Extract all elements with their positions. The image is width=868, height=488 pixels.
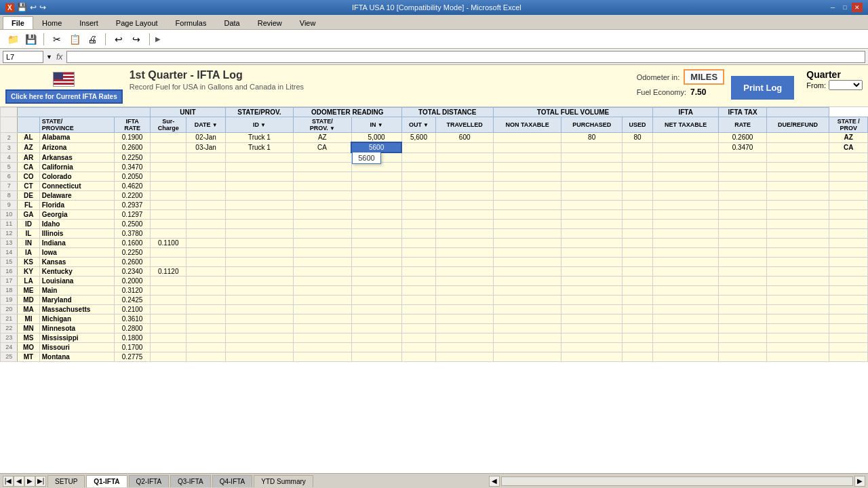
quick-access-redo[interactable]: ↪ xyxy=(39,3,46,12)
unit-id-cell[interactable] xyxy=(225,247,293,257)
odo-in-cell[interactable] xyxy=(351,171,401,181)
state-prov-cell[interactable] xyxy=(293,295,351,304)
date-cell[interactable] xyxy=(186,152,226,162)
ifta-rates-button[interactable]: Click here for Current IFTA Rates xyxy=(5,89,123,104)
date-cell[interactable] xyxy=(186,171,226,181)
non-taxable-cell[interactable] xyxy=(494,209,561,219)
state-abbr-cell[interactable]: MA xyxy=(18,304,39,314)
state-name-cell[interactable]: Missouri xyxy=(39,342,115,352)
odo-in-cell[interactable] xyxy=(351,304,401,314)
odo-out-cell[interactable] xyxy=(401,142,436,152)
surcharge-cell[interactable] xyxy=(150,133,186,143)
rate-cell[interactable] xyxy=(719,238,766,247)
odo-in-cell[interactable] xyxy=(351,190,401,200)
odo-in-cell[interactable]: 5,000 xyxy=(351,133,401,143)
sheet-scroll-left[interactable]: ◀ xyxy=(489,476,500,487)
odo-in-cell[interactable] xyxy=(351,219,401,228)
unit-id-cell[interactable] xyxy=(225,304,293,314)
state-prov-cell[interactable] xyxy=(293,219,351,228)
used-cell[interactable] xyxy=(623,171,653,181)
purchased-cell[interactable]: 80 xyxy=(561,133,623,143)
odo-out-cell[interactable] xyxy=(401,200,436,209)
travelled-cell[interactable] xyxy=(436,314,494,323)
used-cell[interactable] xyxy=(623,266,653,276)
odo-in-cell[interactable] xyxy=(351,266,401,276)
odo-out-cell[interactable] xyxy=(401,152,436,162)
sheet-nav-prev[interactable]: ◀ xyxy=(14,476,24,487)
ifta-rate-cell[interactable]: 0.2250 xyxy=(115,247,151,257)
unit-id-cell[interactable] xyxy=(225,152,293,162)
date-cell[interactable] xyxy=(186,219,226,228)
due-refund-cell[interactable] xyxy=(766,152,829,162)
surcharge-cell[interactable] xyxy=(150,190,186,200)
ribbon-icon-7[interactable]: ↪ xyxy=(129,32,144,47)
due-refund-cell[interactable] xyxy=(766,342,829,352)
ifta-rate-cell[interactable]: 0.2800 xyxy=(115,323,151,333)
rate-cell[interactable] xyxy=(719,266,766,276)
ifta-rate-cell[interactable]: 0.3120 xyxy=(115,285,151,295)
ifta-rate-cell[interactable]: 0.2937 xyxy=(115,200,151,209)
ifta-rate-cell[interactable]: 0.2000 xyxy=(115,276,151,285)
ifta-rate-cell[interactable]: 0.2050 xyxy=(115,171,151,181)
state-abbr-cell[interactable]: IN xyxy=(18,238,39,247)
sheet-scroll-bar[interactable] xyxy=(501,476,853,486)
formula-dropdown-arrow[interactable]: ▼ xyxy=(46,54,52,60)
odo-in-cell[interactable] xyxy=(351,228,401,238)
state-prov-cell[interactable] xyxy=(293,276,351,285)
right-state-cell[interactable] xyxy=(829,352,868,361)
due-refund-cell[interactable] xyxy=(766,181,829,190)
sheet-tab-q4[interactable]: Q4-IFTA xyxy=(212,475,253,487)
odo-out-cell[interactable] xyxy=(401,276,436,285)
purchased-cell[interactable] xyxy=(561,285,623,295)
surcharge-cell[interactable] xyxy=(150,276,186,285)
state-name-cell[interactable]: Minnesota xyxy=(39,323,115,333)
state-prov-cell[interactable] xyxy=(293,352,351,361)
non-taxable-cell[interactable] xyxy=(494,162,561,171)
purchased-cell[interactable] xyxy=(561,171,623,181)
used-cell[interactable] xyxy=(623,238,653,247)
used-cell[interactable] xyxy=(623,285,653,295)
travelled-cell[interactable] xyxy=(436,352,494,361)
right-state-cell[interactable] xyxy=(829,247,868,257)
purchased-cell[interactable] xyxy=(561,333,623,342)
right-state-cell[interactable] xyxy=(829,200,868,209)
state-abbr-cell[interactable]: AR xyxy=(18,152,39,162)
ifta-rate-cell[interactable]: 0.3780 xyxy=(115,228,151,238)
travelled-cell[interactable] xyxy=(436,247,494,257)
non-taxable-cell[interactable] xyxy=(494,285,561,295)
surcharge-cell[interactable] xyxy=(150,200,186,209)
state-abbr-cell[interactable]: IL xyxy=(18,228,39,238)
state-abbr-cell[interactable]: CO xyxy=(18,171,39,181)
purchased-cell[interactable] xyxy=(561,181,623,190)
travelled-cell[interactable] xyxy=(436,228,494,238)
surcharge-cell[interactable] xyxy=(150,152,186,162)
unit-id-cell[interactable] xyxy=(225,209,293,219)
non-taxable-cell[interactable] xyxy=(494,276,561,285)
purchased-cell[interactable] xyxy=(561,228,623,238)
used-cell[interactable] xyxy=(623,228,653,238)
state-name-cell[interactable]: Georgia xyxy=(39,209,115,219)
right-state-cell[interactable] xyxy=(829,257,868,266)
net-taxable-cell[interactable] xyxy=(653,190,719,200)
rate-cell[interactable] xyxy=(719,285,766,295)
state-name-cell[interactable]: Montana xyxy=(39,352,115,361)
purchased-cell[interactable] xyxy=(561,190,623,200)
ribbon-icon-3[interactable]: ✂ xyxy=(50,32,64,47)
odo-in-cell[interactable] xyxy=(351,200,401,209)
net-taxable-cell[interactable] xyxy=(653,323,719,333)
state-abbr-cell[interactable]: MS xyxy=(18,333,39,342)
travelled-cell[interactable] xyxy=(436,171,494,181)
tab-data[interactable]: Data xyxy=(215,16,248,29)
non-taxable-cell[interactable] xyxy=(494,200,561,209)
date-cell[interactable] xyxy=(186,200,226,209)
state-prov-cell[interactable] xyxy=(293,190,351,200)
sheet-nav-next[interactable]: ▶ xyxy=(24,476,35,487)
unit-id-cell[interactable] xyxy=(225,314,293,323)
used-cell[interactable] xyxy=(623,152,653,162)
due-refund-cell[interactable] xyxy=(766,285,829,295)
odo-out-cell[interactable] xyxy=(401,266,436,276)
purchased-cell[interactable] xyxy=(561,342,623,352)
state-abbr-cell[interactable]: MN xyxy=(18,323,39,333)
odo-out-cell[interactable] xyxy=(401,323,436,333)
rate-cell[interactable] xyxy=(719,323,766,333)
